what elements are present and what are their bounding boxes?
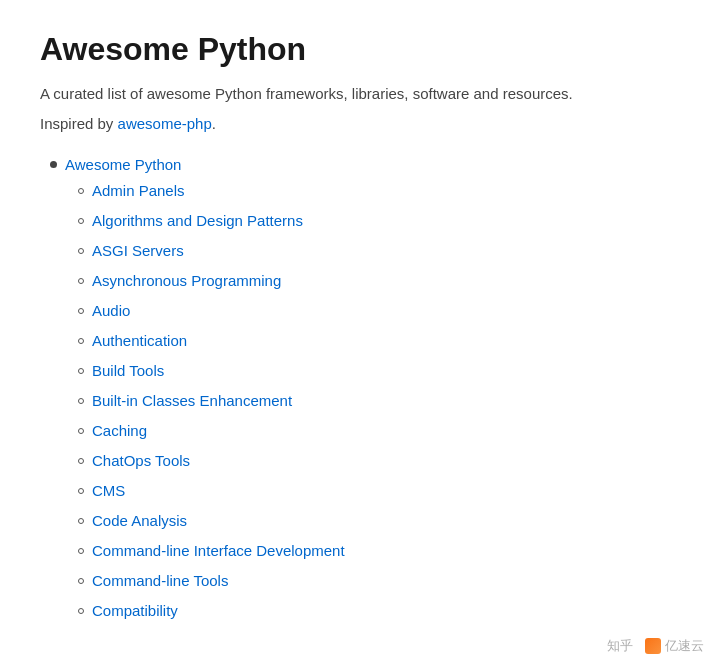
list-item: Command-line Tools xyxy=(78,567,680,595)
sub-item-link[interactable]: Built-in Classes Enhancement xyxy=(92,390,292,413)
list-item: Audio xyxy=(78,297,680,325)
sub-item-link[interactable]: ASGI Servers xyxy=(92,240,184,263)
hollow-bullet-icon xyxy=(78,578,84,584)
list-item: Code Analysis xyxy=(78,507,680,535)
hollow-bullet-icon xyxy=(78,368,84,374)
hollow-bullet-icon xyxy=(78,488,84,494)
sub-item-link[interactable]: Build Tools xyxy=(92,360,164,383)
sub-item-link[interactable]: Code Analysis xyxy=(92,510,187,533)
hollow-bullet-icon xyxy=(78,218,84,224)
sub-item-link[interactable]: CMS xyxy=(92,480,125,503)
sub-level-list: Admin PanelsAlgorithms and Design Patter… xyxy=(50,177,680,625)
hollow-bullet-icon xyxy=(78,248,84,254)
list-item: Admin Panels xyxy=(78,177,680,205)
filled-bullet-icon xyxy=(50,161,57,168)
awesome-python-link[interactable]: Awesome Python xyxy=(50,156,680,173)
yisuyun-icon xyxy=(645,638,661,654)
watermark-area: 知乎 亿速云 xyxy=(607,637,704,655)
inspired-line: Inspired by awesome-php. xyxy=(40,112,680,136)
list-item: ChatOps Tools xyxy=(78,447,680,475)
top-level-list: Awesome Python Admin PanelsAlgorithms an… xyxy=(40,156,680,625)
sub-item-link[interactable]: Command-line Interface Development xyxy=(92,540,345,563)
sub-item-link[interactable]: Authentication xyxy=(92,330,187,353)
yisuyun-watermark: 亿速云 xyxy=(645,637,704,655)
list-item: Compatibility xyxy=(78,597,680,625)
zhihu-watermark: 知乎 xyxy=(607,637,633,655)
sub-item-link[interactable]: Audio xyxy=(92,300,130,323)
sub-item-link[interactable]: ChatOps Tools xyxy=(92,450,190,473)
hollow-bullet-icon xyxy=(78,398,84,404)
yisuyun-label: 亿速云 xyxy=(665,637,704,655)
list-item: Authentication xyxy=(78,327,680,355)
inspired-text: Inspired by xyxy=(40,115,118,132)
sub-item-link[interactable]: Asynchronous Programming xyxy=(92,270,281,293)
page-description: A curated list of awesome Python framewo… xyxy=(40,82,680,106)
sub-item-link[interactable]: Compatibility xyxy=(92,600,178,623)
sub-item-link[interactable]: Admin Panels xyxy=(92,180,185,203)
inspired-period: . xyxy=(212,115,216,132)
list-item: Asynchronous Programming xyxy=(78,267,680,295)
list-item: Caching xyxy=(78,417,680,445)
list-item: Built-in Classes Enhancement xyxy=(78,387,680,415)
awesome-php-link[interactable]: awesome-php xyxy=(118,115,212,132)
hollow-bullet-icon xyxy=(78,338,84,344)
hollow-bullet-icon xyxy=(78,308,84,314)
list-item: Build Tools xyxy=(78,357,680,385)
page-title: Awesome Python xyxy=(40,30,680,68)
sub-item-link[interactable]: Command-line Tools xyxy=(92,570,228,593)
hollow-bullet-icon xyxy=(78,428,84,434)
sub-item-link[interactable]: Caching xyxy=(92,420,147,443)
hollow-bullet-icon xyxy=(78,608,84,614)
top-level-item-label: Awesome Python xyxy=(65,156,181,173)
hollow-bullet-icon xyxy=(78,188,84,194)
list-item: CMS xyxy=(78,477,680,505)
sub-item-link[interactable]: Algorithms and Design Patterns xyxy=(92,210,303,233)
hollow-bullet-icon xyxy=(78,278,84,284)
list-item: Algorithms and Design Patterns xyxy=(78,207,680,235)
hollow-bullet-icon xyxy=(78,458,84,464)
top-level-item: Awesome Python Admin PanelsAlgorithms an… xyxy=(50,156,680,625)
hollow-bullet-icon xyxy=(78,548,84,554)
list-item: ASGI Servers xyxy=(78,237,680,265)
list-item: Command-line Interface Development xyxy=(78,537,680,565)
hollow-bullet-icon xyxy=(78,518,84,524)
